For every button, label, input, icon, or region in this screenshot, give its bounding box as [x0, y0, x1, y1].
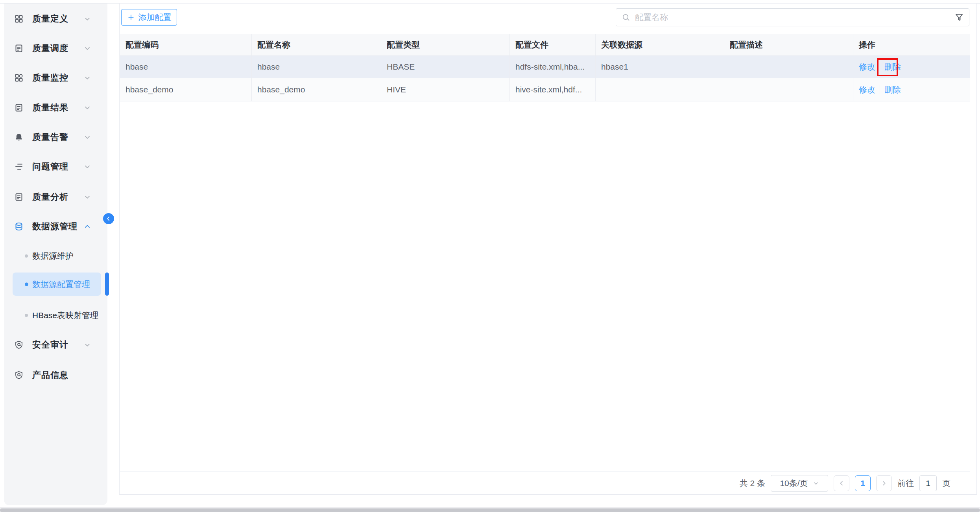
page-unit-label: 页 [942, 478, 950, 489]
cell-config-file: hdfs-site.xml,hba... [510, 56, 596, 78]
sidebar-item-quality-alerts[interactable]: 质量告警 [4, 126, 107, 148]
shield-icon [14, 340, 24, 350]
document-icon [14, 192, 24, 202]
cell-linked-datasource: hbase1 [596, 56, 724, 78]
chevron-down-icon [83, 163, 91, 171]
sidebar-item-quality-results[interactable]: 质量结果 [4, 97, 107, 119]
horizontal-scrollbar [0, 507, 980, 512]
table-bottom-divider [120, 471, 970, 471]
shield-icon [14, 370, 24, 380]
chevron-down-icon [83, 133, 91, 141]
cell-config-name: hbase_demo [252, 78, 381, 101]
sidebar-item-label: 质量调度 [32, 42, 68, 54]
document-icon [14, 103, 24, 112]
sidebar-item-issue-management[interactable]: 问题管理 [4, 156, 107, 178]
sidebar-collapse-button[interactable] [103, 213, 114, 224]
plus-icon [127, 13, 135, 21]
page-size-select[interactable]: 10条/页 [771, 475, 828, 492]
sidebar-subitem-datasource-maintenance[interactable]: 数据源维护 [4, 245, 107, 267]
pagination: 共 2 条 10条/页 1 前往 页 [740, 475, 950, 492]
delete-link[interactable]: 删除 [884, 84, 901, 95]
cell-config-code: hbase_demo [120, 78, 252, 101]
sidebar-item-label: 质量监控 [32, 72, 68, 84]
sidebar-item-label: 问题管理 [32, 161, 68, 173]
chevron-down-icon [813, 480, 819, 486]
filter-funnel-icon[interactable] [954, 13, 964, 22]
bullet-dot-icon [25, 254, 28, 258]
table-row: hbase_demo hbase_demo HIVE hive-site.xml… [120, 78, 970, 101]
cell-config-description [724, 56, 853, 78]
col-header-config-code: 配置编码 [120, 34, 252, 56]
sidebar-subitem-hbase-table-mapping[interactable]: HBase表映射管理 [4, 304, 107, 326]
chevron-down-icon [83, 15, 91, 23]
modify-link[interactable]: 修改 [859, 61, 875, 72]
sidebar-item-label: 质量结果 [32, 102, 68, 114]
chevron-down-icon [83, 74, 91, 82]
sidebar-item-label: 质量告警 [32, 131, 68, 143]
cell-actions: 修改 删除 [853, 56, 970, 78]
cell-config-code: hbase [120, 56, 252, 78]
document-icon [14, 44, 24, 53]
sidebar-subitem-datasource-config-management[interactable]: 数据源配置管理 [13, 273, 101, 296]
bullet-dot-icon [25, 282, 28, 286]
sidebar-subitem-label: 数据源配置管理 [32, 279, 90, 290]
chevron-left-icon [105, 215, 112, 222]
add-config-button[interactable]: 添加配置 [121, 9, 177, 26]
cell-config-name: hbase [252, 56, 381, 78]
sidebar-subitem-label: 数据源维护 [32, 250, 74, 262]
cell-actions: 修改 删除 [853, 78, 970, 101]
sidebar-item-datasource-management[interactable]: 数据源管理 [4, 215, 107, 238]
sidebar-item-quality-monitoring[interactable]: 质量监控 [4, 67, 107, 89]
sidebar-subitem-label: HBase表映射管理 [32, 310, 98, 321]
page-number-button[interactable]: 1 [855, 475, 871, 491]
sidebar-item-quality-analysis[interactable]: 质量分析 [4, 186, 107, 208]
sidebar-item-label: 质量定义 [32, 13, 68, 25]
database-icon [14, 222, 24, 231]
prev-page-button[interactable] [834, 475, 849, 491]
sidebar-item-quality-definition[interactable]: 质量定义 [4, 8, 107, 30]
page-size-value: 10条/页 [780, 478, 808, 489]
chevron-down-icon [83, 341, 91, 349]
chevron-down-icon [83, 104, 91, 112]
config-table: 配置编码 配置名称 配置类型 配置文件 关联数据源 配置描述 操作 hbase … [120, 34, 970, 101]
chevron-down-icon [83, 193, 91, 201]
sidebar-item-security-audit[interactable]: 安全审计 [4, 334, 107, 356]
search-input[interactable] [635, 9, 942, 26]
sidebar-item-label: 质量分析 [32, 191, 68, 203]
bullet-dot-icon [25, 314, 28, 317]
sidebar-item-label: 安全审计 [32, 339, 68, 351]
col-header-linked-datasource: 关联数据源 [596, 34, 724, 56]
action-divider [880, 63, 880, 71]
chevron-left-icon [838, 480, 845, 487]
horizontal-scrollbar-thumb[interactable] [0, 508, 980, 512]
col-header-config-name: 配置名称 [252, 34, 381, 56]
add-config-label: 添加配置 [138, 12, 172, 23]
col-header-config-type: 配置类型 [381, 34, 510, 56]
next-page-button[interactable] [876, 475, 892, 491]
search-icon [622, 13, 631, 22]
chevron-right-icon [880, 480, 888, 487]
sidebar-item-label: 数据源管理 [32, 221, 78, 232]
sidebar: 质量定义 质量调度 质量监控 质量结果 [4, 4, 107, 505]
table-header-row: 配置编码 配置名称 配置类型 配置文件 关联数据源 配置描述 操作 [120, 34, 970, 56]
bell-icon [14, 133, 24, 142]
grid-icon [14, 14, 24, 24]
sidebar-item-label: 产品信息 [32, 369, 68, 381]
monitor-grid-icon [14, 73, 24, 83]
cell-config-type: HIVE [381, 78, 510, 101]
delete-link[interactable]: 删除 [884, 61, 901, 72]
modify-link[interactable]: 修改 [859, 84, 875, 95]
col-header-actions: 操作 [853, 34, 970, 56]
sidebar-item-quality-scheduling[interactable]: 质量调度 [4, 37, 107, 59]
content-card: 添加配置 配置编码 配置名称 配置类型 配置文件 关联数据源 配置描述 操作 h… [119, 3, 977, 495]
cell-linked-datasource [596, 78, 724, 101]
col-header-config-description: 配置描述 [724, 34, 853, 56]
cell-config-description [724, 78, 853, 101]
chevron-down-icon [83, 44, 91, 52]
chevron-up-icon [83, 223, 91, 230]
goto-label: 前往 [897, 478, 914, 489]
goto-page-input[interactable] [919, 475, 937, 491]
table-row: hbase hbase HBASE hdfs-site.xml,hba... h… [120, 56, 970, 78]
sidebar-item-product-info[interactable]: 产品信息 [4, 364, 107, 386]
cell-config-file: hive-site.xml,hdf... [510, 78, 596, 101]
